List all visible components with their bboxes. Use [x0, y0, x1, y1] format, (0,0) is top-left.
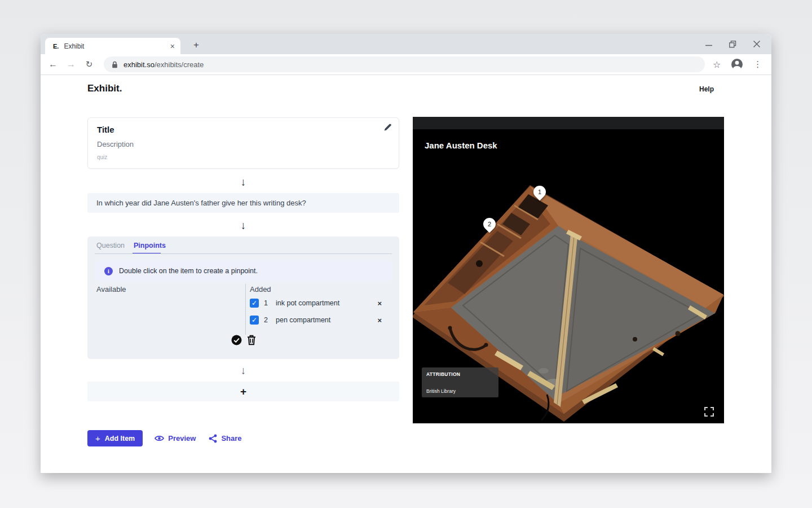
question-preview-bar[interactable]: In which year did Jane Austen's father g… [87, 193, 399, 213]
page-content: Exhibit. Help Title Description quiz ↓ I… [41, 75, 771, 473]
url-host: exhibit.so [123, 60, 155, 69]
minimize-icon[interactable] [705, 41, 712, 47]
confirm-check-icon[interactable] [231, 335, 242, 345]
pinpoint-info-alert: i Double click on the item to create a p… [95, 261, 392, 281]
pinpoint-checkbox[interactable]: ✓ [250, 316, 259, 325]
address-bar-actions: ☆ ⋮ [713, 58, 762, 71]
attribution-label: ATTRIBUTION [426, 371, 494, 377]
pin-number: 2 [488, 221, 491, 227]
plus-icon: + [240, 386, 246, 398]
add-section-bar[interactable]: + [87, 382, 399, 401]
editor-column: Title Description quiz ↓ In which year d… [87, 117, 399, 446]
address-bar: ← → ↻ exhibit.so/exhibits/create ☆ ⋮ [41, 54, 771, 75]
reload-icon[interactable]: ↻ [82, 59, 96, 69]
help-link[interactable]: Help [699, 85, 714, 93]
profile-avatar-icon[interactable] [731, 58, 743, 71]
desktop-background: E. Exhibit × + ← → ↻ exhibit.so/exhibits… [0, 0, 812, 508]
pinpoint-marker-1[interactable]: 1 [533, 186, 546, 198]
bookmark-star-icon[interactable]: ☆ [713, 59, 721, 70]
tab-title: Exhibit [64, 42, 169, 50]
added-column-label: Added [250, 285, 271, 294]
preview-button[interactable]: Preview [155, 434, 196, 443]
exhibit-slug: quiz [97, 154, 107, 160]
flow-arrow-down-icon: ↓ [87, 365, 399, 376]
attribution-value: British Library [426, 388, 456, 394]
pin-balloon: 1 [531, 183, 548, 200]
columns-divider [245, 284, 246, 335]
add-item-button[interactable]: + Add Item [87, 430, 143, 446]
browser-tab[interactable]: E. Exhibit × [45, 38, 180, 54]
attribution-box: ATTRIBUTION British Library [422, 367, 498, 397]
browser-menu-icon[interactable]: ⋮ [753, 59, 762, 69]
preview-label: Preview [168, 434, 196, 443]
share-icon [209, 434, 217, 443]
pin-balloon: 2 [480, 215, 498, 233]
tab-question[interactable]: Question [96, 242, 125, 249]
back-icon[interactable]: ← [46, 59, 60, 69]
lock-icon [112, 61, 118, 68]
tab-pinpoints[interactable]: Pinpoints [134, 242, 166, 249]
exhibit-item-title: Jane Austen Desk [425, 141, 497, 150]
pinpoint-checkbox[interactable]: ✓ [250, 299, 259, 308]
pinpoint-number: 1 [264, 299, 272, 307]
new-tab-button[interactable]: + [188, 37, 204, 53]
pinpoint-number: 2 [264, 316, 272, 324]
exhibit-description: Description [97, 140, 134, 148]
question-preview-text: In which year did Jane Austen's father g… [96, 199, 306, 207]
share-button[interactable]: Share [209, 434, 241, 443]
viewer-canvas[interactable]: Jane Austen Desk 1 2 ATTRIBUTION British… [413, 129, 724, 423]
pinpoint-marker-2[interactable]: 2 [483, 218, 496, 230]
delete-trash-icon[interactable] [247, 335, 256, 345]
added-pinpoint-row: ✓ 2 pen compartment × [250, 314, 383, 326]
added-pinpoint-row: ✓ 1 ink pot compartment × [250, 297, 383, 309]
exhibit-viewer-panel: Jane Austen Desk 1 2 ATTRIBUTION British… [413, 117, 724, 423]
url-field[interactable]: exhibit.so/exhibits/create [104, 56, 705, 72]
viewer-toolbar [413, 117, 724, 129]
add-item-label: Add Item [105, 435, 135, 443]
plus-icon: + [95, 433, 100, 443]
close-icon[interactable] [753, 41, 760, 47]
browser-tabstrip: E. Exhibit × + [41, 34, 771, 54]
footer-actions: + Add Item Preview Share [87, 430, 399, 446]
app-logo[interactable]: Exhibit. [87, 83, 122, 94]
restore-icon[interactable] [729, 41, 736, 48]
exhibit-title-card[interactable]: Title Description quiz [87, 117, 399, 169]
window-controls [705, 34, 771, 54]
browser-window: E. Exhibit × + ← → ↻ exhibit.so/exhibits… [41, 34, 771, 473]
eye-icon [155, 435, 164, 442]
available-column-label: Available [96, 285, 126, 294]
pin-number: 1 [538, 189, 541, 195]
share-label: Share [221, 434, 241, 443]
remove-pinpoint-icon[interactable]: × [377, 316, 383, 325]
info-icon: i [104, 267, 113, 275]
url-path: /exhibits/create [155, 60, 204, 69]
tabs-divider [95, 253, 392, 254]
pinpoint-label: pen compartment [276, 316, 377, 324]
fullscreen-icon[interactable] [704, 407, 714, 417]
flow-arrow-down-icon: ↓ [87, 177, 399, 188]
edit-pencil-icon[interactable] [383, 124, 392, 132]
info-alert-text: Double click on the item to create a pin… [119, 267, 258, 275]
tab-favicon: E. [53, 43, 59, 50]
pinpoint-label: ink pot compartment [276, 299, 377, 307]
exhibit-title: Title [97, 125, 114, 134]
pinpoints-editor-card: Question Pinpoints i Double click on the… [87, 237, 399, 359]
url-text: exhibit.so/exhibits/create [123, 60, 204, 69]
pinpoint-card-actions [87, 335, 399, 345]
remove-pinpoint-icon[interactable]: × [377, 299, 383, 308]
flow-arrow-down-icon: ↓ [87, 220, 399, 231]
tab-close-icon[interactable]: × [169, 42, 176, 51]
forward-icon[interactable]: → [64, 59, 78, 69]
